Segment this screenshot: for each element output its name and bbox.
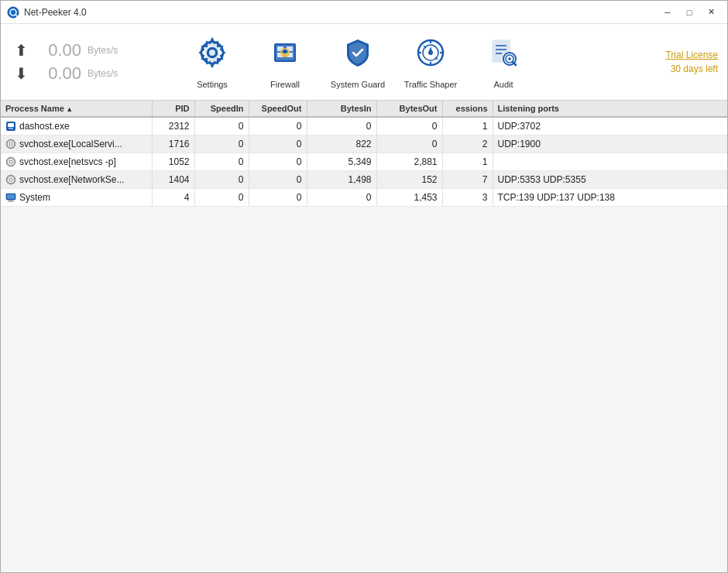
svg-rect-47 [7, 194, 15, 199]
process-name: svchost.exe[NetworkSe... [19, 174, 124, 185]
col-header-bytesin[interactable]: BytesIn [307, 101, 376, 117]
process-name: svchost.exe[LocalServi... [19, 139, 122, 149]
cell-sessions: 3 [442, 189, 493, 207]
traffic-shaper-icon [414, 36, 448, 77]
license-line2: 30 days left [665, 62, 718, 76]
cell-speedout: 0 [249, 117, 307, 136]
cell-name: svchost.exe[netsvcs -p] [1, 153, 152, 171]
cell-ports: UDP:3702 [493, 117, 727, 136]
cell-speedout: 0 [249, 153, 307, 171]
upload-arrow-icon: ⬆ [13, 41, 29, 60]
cell-ports: UDP:5353 UDP:5355 [493, 171, 727, 189]
upload-speed-value: 0.00 [35, 40, 81, 60]
firewall-icon [268, 36, 302, 77]
svg-point-42 [10, 161, 12, 163]
cell-sessions: 1 [442, 153, 493, 171]
system-guard-button[interactable]: System Guard [323, 27, 393, 97]
cell-bytesin: 5,349 [307, 153, 376, 171]
firewall-button[interactable]: Firewall [250, 27, 320, 97]
app-icon [7, 6, 19, 19]
svg-rect-36 [9, 128, 13, 129]
upload-stat-row: ⬆ 0.00 Bytes/s [13, 40, 159, 60]
svg-rect-49 [8, 201, 14, 202]
cell-speedout: 0 [249, 189, 307, 207]
cell-bytesout: 0 [376, 136, 442, 153]
cell-speedout: 0 [249, 171, 307, 189]
download-speed-unit: Bytes/s [88, 68, 118, 79]
cell-ports [493, 153, 727, 171]
svg-rect-48 [9, 200, 13, 201]
cell-bytesin: 0 [307, 189, 376, 207]
table-row[interactable]: System 4 0 0 0 1,453 3 TCP:139 UDP:137 U… [1, 189, 727, 207]
col-header-speedin[interactable]: SpeedIn [194, 101, 249, 117]
cell-bytesin: 1,498 [307, 171, 376, 189]
download-speed-value: 0.00 [35, 63, 81, 84]
table-row[interactable]: svchost.exe[LocalServi... 1716 0 0 822 0… [1, 136, 727, 153]
header: ⬆ 0.00 Bytes/s ⬇ 0.00 Bytes/s [1, 24, 727, 101]
audit-icon [486, 36, 520, 77]
app-title: Net-Peeker 4.0 [24, 7, 87, 18]
cell-name: svchost.exe[NetworkSe... [1, 171, 152, 189]
download-arrow-icon: ⬇ [13, 64, 29, 83]
system-guard-icon [341, 36, 375, 77]
table-row[interactable]: svchost.exe[NetworkSe... 1404 0 0 1,498 … [1, 171, 727, 189]
title-bar-left: Net-Peeker 4.0 [7, 6, 87, 19]
svg-point-39 [10, 143, 12, 146]
col-header-ports[interactable]: Listening ports [493, 101, 727, 117]
cell-name: dashost.exe [1, 117, 152, 136]
system-guard-label: System Guard [331, 80, 385, 89]
cell-bytesout: 1,453 [376, 189, 442, 207]
traffic-shaper-button[interactable]: Traffic Shaper [396, 27, 465, 97]
table-container: Process Name PID SpeedIn SpeedOut BytesI… [1, 101, 727, 572]
cell-speedin: 0 [194, 153, 249, 171]
traffic-stats: ⬆ 0.00 Bytes/s ⬇ 0.00 Bytes/s [1, 34, 171, 90]
cell-speedin: 0 [194, 136, 249, 153]
process-name: System [19, 192, 50, 203]
firewall-label: Firewall [270, 80, 300, 89]
col-header-speedout[interactable]: SpeedOut [249, 101, 307, 117]
cell-bytesout: 152 [376, 171, 442, 189]
col-header-pid[interactable]: PID [152, 101, 194, 117]
audit-button[interactable]: Audit [469, 27, 538, 97]
cell-speedin: 0 [194, 117, 249, 136]
process-icon [5, 192, 16, 203]
svg-rect-35 [8, 123, 14, 127]
close-button[interactable]: ✕ [701, 5, 721, 20]
table-body: dashost.exe 2312 0 0 0 0 1 UDP:3702 svch… [1, 117, 727, 207]
col-header-sessions[interactable]: essions [442, 101, 493, 117]
cell-speedin: 0 [194, 171, 249, 189]
cell-pid: 4 [152, 189, 194, 207]
table-row[interactable]: svchost.exe[netsvcs -p] 1052 0 0 5,349 2… [1, 153, 727, 171]
settings-label: Settings [197, 80, 228, 89]
cell-ports: UDP:1900 [493, 136, 727, 153]
cell-sessions: 1 [442, 117, 493, 136]
cell-speedout: 0 [249, 136, 307, 153]
license-line1[interactable]: Trial License [665, 48, 718, 62]
process-name: dashost.exe [19, 121, 70, 132]
download-stat-row: ⬇ 0.00 Bytes/s [13, 63, 159, 84]
title-bar: Net-Peeker 4.0 ─ □ ✕ [1, 1, 727, 24]
svg-point-45 [10, 179, 12, 181]
cell-pid: 1404 [152, 171, 194, 189]
cell-sessions: 7 [442, 171, 493, 189]
process-name: svchost.exe[netsvcs -p] [19, 156, 116, 167]
col-header-bytesout[interactable]: BytesOut [376, 101, 442, 117]
audit-label: Audit [493, 80, 513, 89]
process-icon [5, 174, 16, 185]
col-header-name[interactable]: Process Name [1, 101, 152, 117]
cell-speedin: 0 [194, 189, 249, 207]
cell-pid: 2312 [152, 117, 194, 136]
table-header-row: Process Name PID SpeedIn SpeedOut BytesI… [1, 101, 727, 117]
cell-bytesin: 0 [307, 117, 376, 136]
process-icon [5, 139, 16, 149]
cell-bytesin: 822 [307, 136, 376, 153]
settings-button[interactable]: Settings [177, 27, 247, 97]
cell-pid: 1052 [152, 153, 194, 171]
minimize-button[interactable]: ─ [658, 5, 678, 20]
cell-bytesout: 0 [376, 117, 442, 136]
main-window: Net-Peeker 4.0 ─ □ ✕ ⬆ 0.00 Bytes/s ⬇ 0.… [0, 0, 728, 573]
table-row[interactable]: dashost.exe 2312 0 0 0 0 1 UDP:3702 [1, 117, 727, 136]
cell-name: svchost.exe[LocalServi... [1, 136, 152, 153]
maximize-button[interactable]: □ [679, 5, 699, 20]
toolbar: Settings Fire [171, 24, 656, 100]
